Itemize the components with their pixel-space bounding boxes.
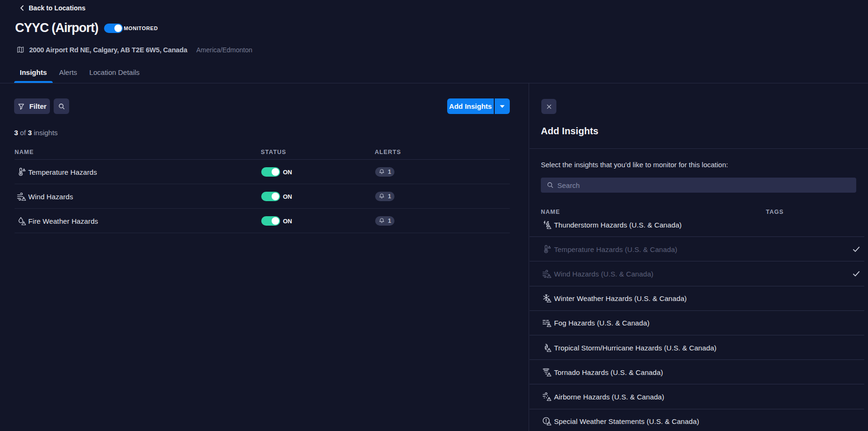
tab-insights[interactable]: Insights (14, 63, 53, 81)
alerts-badge[interactable]: 1 (375, 167, 394, 177)
list-item-temperature-hazards[interactable]: Temperature Hazards (U.S. & Canada) (530, 237, 864, 261)
check-icon (852, 244, 861, 254)
fire-hazard-icon (16, 216, 26, 226)
winter-weather-hazard-icon (542, 293, 551, 303)
filter-icon (17, 103, 25, 110)
special-weather-statements-icon (542, 416, 551, 426)
add-insights-dropdown-button[interactable] (495, 98, 510, 114)
list-item-tropical-storm-hurricane-hazards[interactable]: Tropical Storm/Hurricane Hazards (U.S. &… (530, 335, 864, 360)
caret-down-icon (499, 105, 505, 108)
temperature-hazard-icon (542, 244, 551, 254)
thunderstorm-hazard-icon (542, 220, 551, 229)
airborne-hazard-icon (542, 392, 551, 401)
drawer-insights-list: Thunderstorm Hazards (U.S. & Canada) Tem… (530, 212, 864, 431)
temperature-hazard-icon (16, 167, 26, 177)
location-timezone: America/Edmonton (196, 46, 252, 54)
list-item-special-weather-statements[interactable]: Special Weather Statements (U.S. & Canad… (530, 409, 864, 431)
check-icon (852, 269, 861, 278)
close-icon (546, 103, 553, 110)
add-insights-drawer: Add Insights Select the insights that yo… (530, 83, 868, 431)
status-label: ON (283, 193, 292, 200)
status-label: ON (283, 217, 292, 224)
drawer-header-divider (530, 148, 868, 149)
search-toggle-button[interactable] (54, 98, 69, 114)
back-to-locations-link[interactable]: Back to Locations (19, 4, 86, 12)
add-insights-button[interactable]: Add Insights (447, 98, 494, 114)
status-toggle[interactable] (261, 216, 280, 226)
drawer-search-input[interactable] (541, 178, 856, 193)
filter-button[interactable]: Filter (14, 98, 50, 114)
tornado-hazard-icon (542, 367, 551, 377)
drawer-search-box (541, 178, 856, 193)
drawer-title: Add Insights (541, 126, 598, 137)
list-item-tornado-hazards[interactable]: Tornado Hazards (U.S. & Canada) (530, 360, 864, 384)
tab-bar: Insights Alerts Location Details (14, 63, 145, 81)
close-drawer-button[interactable] (541, 99, 556, 114)
alerts-badge[interactable]: 1 (375, 216, 394, 226)
column-status: STATUS (261, 149, 286, 155)
fog-hazard-icon (542, 318, 551, 327)
table-row-wind-hazards[interactable]: Wind Hazards ON 1 (15, 184, 510, 209)
column-name: NAME (15, 149, 34, 155)
hurricane-hazard-icon (542, 343, 551, 352)
insights-panel: Filter Add Insights 3 of 3 insights NAME… (0, 83, 529, 431)
chevron-left-icon (19, 5, 25, 11)
status-toggle[interactable] (261, 192, 280, 201)
column-alerts: ALERTS (375, 149, 401, 155)
page-title: CYYC (Airport) (15, 21, 98, 35)
tab-alerts[interactable]: Alerts (54, 63, 83, 81)
search-icon (58, 103, 65, 110)
list-item-thunderstorm-hazards[interactable]: Thunderstorm Hazards (U.S. & Canada) (530, 212, 864, 237)
back-label: Back to Locations (29, 4, 86, 12)
insights-count: 3 of 3 insights (14, 129, 58, 137)
insights-table-header: NAME STATUS ALERTS (15, 145, 510, 160)
table-row-fire-weather-hazards[interactable]: Fire Weather Hazards ON 1 (15, 209, 510, 233)
status-toggle[interactable] (261, 167, 280, 177)
list-item-airborne-hazards[interactable]: Airborne Hazards (U.S. & Canada) (530, 384, 864, 409)
drawer-subtitle: Select the insights that you’d like to m… (541, 161, 728, 169)
table-row-temperature-hazards[interactable]: Temperature Hazards ON 1 (15, 160, 510, 184)
location-address: 2000 Airport Rd NE, Calgary, AB T2E 6W5,… (29, 46, 187, 54)
list-item-winter-weather-hazards[interactable]: Winter Weather Hazards (U.S. & Canada) (530, 286, 864, 311)
list-item-fog-hazards[interactable]: Fog Hazards (U.S. & Canada) (530, 311, 864, 335)
wind-hazard-icon (542, 269, 551, 278)
wind-hazard-icon (16, 192, 26, 201)
insights-table-body: Temperature Hazards ON 1 Wind Hazards ON… (15, 160, 510, 233)
monitored-label: MONITORED (124, 25, 158, 31)
add-insights-split-button: Add Insights (447, 98, 510, 114)
toggle-knob (114, 24, 122, 32)
map-icon (16, 46, 24, 54)
alerts-badge[interactable]: 1 (375, 192, 394, 201)
list-item-wind-hazards[interactable]: Wind Hazards (U.S. & Canada) (530, 261, 864, 286)
status-label: ON (283, 168, 292, 175)
bell-icon (378, 168, 385, 175)
bell-icon (378, 193, 385, 200)
tab-location-details[interactable]: Location Details (84, 63, 145, 81)
monitored-toggle[interactable] (104, 24, 123, 33)
bell-icon (378, 217, 385, 224)
